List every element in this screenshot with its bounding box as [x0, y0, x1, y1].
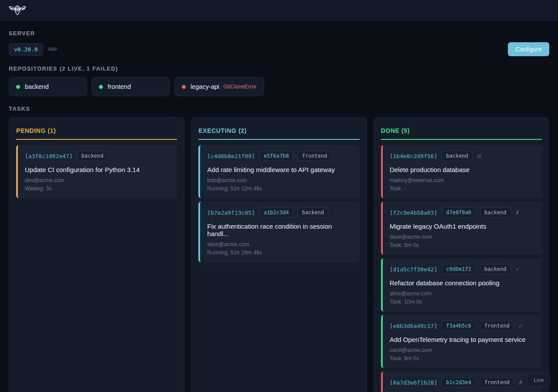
topbar	[0, 0, 558, 21]
task-time-label: Took: 8m 0s	[390, 355, 535, 362]
task-card[interactable]: [e8b3d6a49c17]f3a4b5c6frontend✓Add OpenT…	[381, 315, 542, 368]
column-header: PENDING (1)	[16, 124, 177, 140]
commit-hash-badge: e5f6a7b8	[259, 151, 293, 161]
task-owner-email: dave@acme.com	[390, 234, 535, 240]
task-card-badges-row: [0a7d3e6f1b28]b1c2d3e4frontend✗	[390, 377, 535, 388]
repo-name: legacy-api	[191, 83, 219, 90]
task-id: [d1a5c7f30e42]	[390, 266, 438, 273]
commit-hash-badge: c9d0e1f2	[442, 264, 476, 274]
task-title: Fix authentication race condition in ses…	[207, 223, 352, 237]
task-card-badges-row: [e8b3d6a49c17]f3a4b5c6frontend✓	[390, 321, 535, 331]
task-owner-email: bob@acme.com	[207, 177, 352, 183]
repo-pill-legacy-api[interactable]: legacy-apiGitCloneError	[174, 77, 264, 96]
task-title: Delete production database	[390, 166, 535, 173]
commit-hash-badge: b1c2d3e4	[442, 377, 476, 388]
task-card[interactable]: [a3f8c1d02e47]backendUpdate CI configura…	[16, 145, 177, 198]
check-icon: ✓	[518, 323, 523, 329]
task-column-done: DONE (5)[1b4e8c2d9f56]backend⊘Delete pro…	[374, 117, 549, 392]
task-title: Migrate legacy OAuth1 endpoints	[390, 223, 535, 230]
task-card[interactable]: [c4d6b8e21f09]e5f6a7b8frontendAdd rate l…	[198, 145, 359, 198]
task-title: Add rate limiting middleware to API gate…	[207, 166, 352, 173]
repo-failed-dot-icon	[182, 85, 186, 89]
task-id: [c4d6b8e21f09]	[207, 153, 255, 159]
task-column-pending: PENDING (1)[a3f8c1d02e47]backendUpdate C…	[9, 117, 184, 392]
repo-name: backend	[25, 83, 49, 90]
task-owner-email: mallory@external.com	[390, 177, 535, 183]
repo-badge: backend	[480, 207, 511, 218]
repo-name: frontend	[108, 83, 131, 90]
wings-emblem-logo	[9, 5, 26, 16]
task-owner-email: alice@acme.com	[390, 291, 535, 297]
main-content: SERVER v0.20.0 Configure REPOSITORIES (2…	[0, 30, 558, 392]
task-card-badges-row: [a3f8c1d02e47]backend	[25, 151, 170, 161]
repo-badge: frontend	[480, 377, 514, 388]
repo-live-dot-icon	[16, 85, 20, 89]
task-title: Refactor database connection pooling	[390, 279, 535, 287]
task-owner-email: carol@acme.com	[390, 347, 535, 353]
task-card-badges-row: [f2c9e4b58a03]d7e8f9a0backend✗	[390, 207, 535, 218]
cross-icon: ✗	[518, 379, 523, 386]
task-time-label: Took: 10m 0s	[390, 299, 535, 305]
task-card[interactable]: [1b4e8c2d9f56]backend⊘Delete production …	[381, 145, 542, 198]
task-time-label: Took: -	[390, 186, 535, 192]
task-title: Update CI configuration for Python 3.14	[25, 166, 170, 173]
tasks-section-label: TASKS	[9, 105, 549, 112]
repositories-section-label: REPOSITORIES (2 LIVE, 1 FAILED)	[9, 65, 549, 72]
commit-hash-badge: a1b2c3d4	[259, 207, 293, 218]
task-id: [f2c9e4b58a03]	[390, 210, 438, 216]
live-status-badge: Live	[527, 373, 550, 387]
task-card[interactable]: [0a7d3e6f1b28]b1c2d3e4frontend✗Generate …	[381, 372, 542, 392]
repo-badge: backend	[480, 264, 511, 274]
task-card[interactable]: [d1a5c7f30e42]c9d0e1f2backend✓Refactor d…	[381, 258, 542, 311]
column-header: DONE (5)	[381, 124, 542, 140]
cancelled-icon: ⊘	[477, 153, 482, 159]
task-id: [0a7d3e6f1b28]	[390, 379, 438, 386]
check-icon: ✓	[515, 266, 520, 273]
task-time-label: Took: 5m 0s	[390, 242, 535, 248]
server-row: v0.20.0 Configure	[9, 42, 549, 56]
task-card[interactable]: [f2c9e4b58a03]d7e8f9a0backend✗Migrate le…	[381, 202, 542, 255]
task-board: PENDING (1)[a3f8c1d02e47]backendUpdate C…	[9, 117, 549, 392]
task-card-badges-row: [c4d6b8e21f09]e5f6a7b8frontend	[207, 151, 352, 161]
commit-hash-badge: d7e8f9a0	[442, 207, 476, 218]
cross-icon: ✗	[515, 210, 520, 216]
task-card-badges-row: [1b4e8c2d9f56]backend⊘	[390, 151, 535, 161]
task-owner-email: alice@acme.com	[207, 241, 352, 247]
configure-button[interactable]: Configure	[508, 42, 549, 56]
column-header: EXECUTING (2)	[198, 124, 359, 140]
task-time-label: Running: 51h 19m 46s	[207, 250, 352, 256]
repositories-row: backendfrontendlegacy-apiGitCloneError	[9, 77, 549, 96]
task-id: [e8b3d6a49c17]	[390, 323, 438, 329]
server-section-label: SERVER	[9, 30, 549, 37]
task-id: [b7e2a9f13c85]	[207, 210, 255, 216]
repo-badge: backend	[442, 151, 473, 161]
repo-badge: backend	[298, 207, 329, 218]
repo-badge: backend	[77, 151, 108, 161]
repo-pill-frontend[interactable]: frontend	[92, 77, 170, 96]
task-card-badges-row: [d1a5c7f30e42]c9d0e1f2backend✓	[390, 264, 535, 274]
task-time-label: Waiting: 3s	[25, 186, 170, 192]
task-column-executing: EXECUTING (2)[c4d6b8e21f09]e5f6a7b8front…	[191, 117, 367, 392]
repo-badge: frontend	[480, 321, 514, 331]
task-id: [a3f8c1d02e47]	[25, 153, 73, 159]
repo-live-dot-icon	[99, 85, 103, 89]
task-time-label: Running: 51h 12m 46s	[207, 186, 352, 192]
repo-error-label: GitCloneError	[223, 84, 256, 90]
commit-hash-badge: f3a4b5c6	[442, 321, 476, 331]
server-status-pill	[48, 47, 57, 51]
server-version-badge: v0.20.0	[9, 43, 43, 56]
task-card[interactable]: [b7e2a9f13c85]a1b2c3d4backendFix authent…	[198, 202, 359, 262]
task-id: [1b4e8c2d9f56]	[390, 153, 438, 159]
task-owner-email: dev@acme.com	[25, 177, 170, 183]
task-card-badges-row: [b7e2a9f13c85]a1b2c3d4backend	[207, 207, 352, 218]
repo-badge: frontend	[298, 151, 332, 161]
task-title: Add OpenTelemetry tracing to payment ser…	[390, 336, 535, 343]
repo-pill-backend[interactable]: backend	[9, 77, 87, 96]
